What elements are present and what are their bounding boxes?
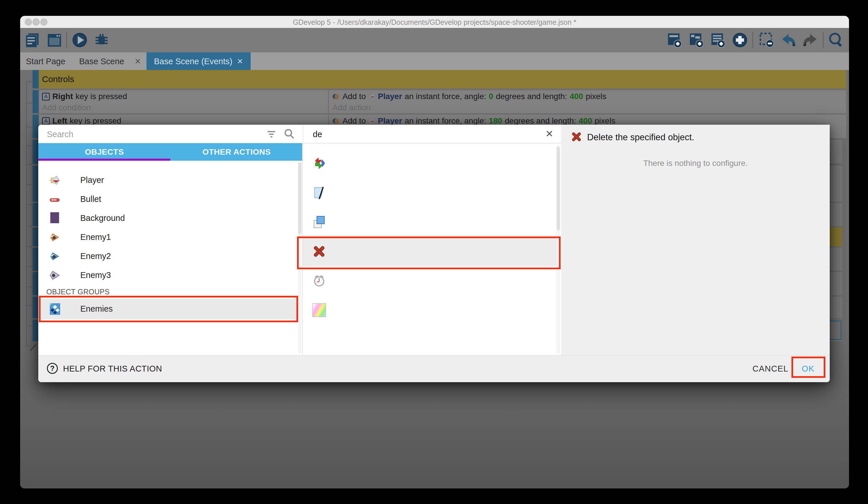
action-length-value: 400 [579,117,592,125]
help-icon: ? [47,363,58,374]
toolbar-separator [752,32,753,48]
object-groups-header: OBJECT GROUPS [46,288,110,296]
main-toolbar [20,28,849,52]
document-tabs: Start Page Base Scene ✕ Base Scene (Even… [20,52,849,70]
timer-icon [312,274,326,288]
panel-divider [303,125,303,143]
enemy1-ship-icon [49,231,61,243]
debug-icon[interactable] [93,32,110,48]
search-icon [283,128,295,140]
object-row-player[interactable]: Player [38,171,298,190]
toolbar-separator [823,32,824,48]
add-event-icon[interactable] [666,32,682,48]
object-label: Player [80,175,104,185]
project-manager-icon[interactable] [24,32,41,48]
action-row-deactivate-behavior[interactable]: De/activate a behavior Behaviors [303,149,557,178]
tab-close-icon[interactable]: ✕ [237,57,243,66]
object-row-enemy2[interactable]: Enemy2 [38,247,298,266]
delete-selection-icon[interactable] [758,32,775,48]
object-row-bullet[interactable]: Bullet [38,190,298,209]
action-angle-value: 0 [489,92,493,101]
object-label: Enemy2 [80,251,111,261]
action-object-ref: Player [378,117,402,125]
add-circle-icon[interactable] [732,32,748,48]
event-tree-tick [26,81,32,82]
app-window: GDevelop 5 - /Users/dkarakay/Documents/G… [20,16,849,488]
action-description: Delete the specified object. [587,132,694,143]
object-row-background[interactable]: Background [38,209,298,228]
condition-text: key is pressed [76,92,127,101]
delete-x-icon [571,131,582,143]
clear-search-icon[interactable]: ✕ [545,128,554,139]
active-tab-underline [38,159,170,161]
annotation-box-ok [792,356,825,378]
redo-icon[interactable] [802,32,819,48]
keyboard-key-icon: A [42,117,50,125]
action-angle-value: 180 [489,117,502,125]
add-subevent-icon[interactable] [688,32,704,48]
keyboard-key-icon: A [42,93,50,101]
comment-row[interactable]: Controls [39,70,846,88]
condition-text: key is pressed [70,117,121,125]
tab-start-page[interactable]: Start Page [26,57,65,66]
object-row-enemy1[interactable]: Enemy1 [38,228,298,247]
bullet-icon [49,194,61,206]
toolbar-separator [66,32,67,48]
scene-editor-icon[interactable] [46,32,63,48]
action-row-hide[interactable]: Hide Visibility [303,178,557,208]
tab-objects[interactable]: OBJECTS [38,143,170,161]
z-order-icon [312,215,326,229]
tab-other-actions[interactable]: OTHER ACTIONS [170,143,303,161]
player-object-icon [368,93,375,100]
force-hand-icon [332,93,340,100]
nothing-to-configure-text: There is nothing to configure. [561,159,830,168]
event-tree-line [26,81,27,347]
object-label: Background [80,213,125,223]
conditions-cell[interactable]: A Right key is pressed Add condition [39,90,328,113]
force-hand-icon [332,117,340,125]
cancel-button[interactable]: CANCEL [748,364,792,374]
tab-base-scene[interactable]: Base Scene [79,57,124,66]
add-action-link[interactable]: Add action [332,103,370,112]
action-text: Add to [342,117,366,125]
condition-param: Left [52,117,67,125]
object-label: Bullet [80,194,101,204]
tab-base-scene-events[interactable]: Base Scene (Events) ✕ [146,52,251,70]
tab-label: Base Scene (Events) [154,57,232,66]
condition-param: Right [52,92,73,101]
hide-visibility-icon [312,186,326,200]
object-search-input[interactable] [46,127,260,141]
object-row-enemy3[interactable]: Enemy3 [38,266,298,285]
instruction-editor-dialog: ✕ OBJECTS OTHER ACTIONS Player Bullet [38,125,830,382]
help-button[interactable]: HELP FOR THIS ACTION [63,364,162,374]
undo-icon[interactable] [780,32,797,48]
action-text: Add to [342,92,366,101]
player-object-icon [368,118,375,124]
action-row-delete-timer[interactable]: Delete a timer Timers [303,266,557,296]
filter-icon[interactable] [267,130,277,139]
actions-cell[interactable]: Add to Player an instant force, angle: 0… [329,90,846,113]
tab-base-scene-close-icon[interactable]: ✕ [135,57,141,66]
action-row-z-order[interactable]: Z order Z order [303,208,557,237]
behavior-icon [312,157,326,170]
preview-play-icon[interactable] [71,32,88,48]
window-title: GDevelop 5 - /Users/dkarakay/Documents/G… [20,18,849,27]
action-row-blend-mode[interactable]: Blend mode Effects [303,296,557,325]
enemy3-ship-icon [49,269,61,281]
comment-text: Controls [42,74,74,84]
search-events-icon[interactable] [828,32,844,48]
background-icon [49,212,61,224]
player-ship-icon [49,174,61,187]
event-selection-bar [32,70,39,88]
add-comment-icon[interactable] [709,32,726,48]
titlebar: GDevelop 5 - /Users/dkarakay/Documents/G… [20,16,849,28]
add-condition-link[interactable]: Add condition [42,103,91,112]
annotation-box-enemies [39,296,298,322]
object-label: Enemy1 [80,232,111,242]
action-search-input[interactable] [312,127,532,141]
chooser-tabs: OBJECTS OTHER ACTIONS [38,143,303,161]
action-length-value: 400 [570,92,583,101]
enemy2-ship-icon [49,250,61,262]
annotation-box-delete-object [297,236,561,269]
action-detail-panel: Delete the specified object. There is no… [561,125,830,355]
